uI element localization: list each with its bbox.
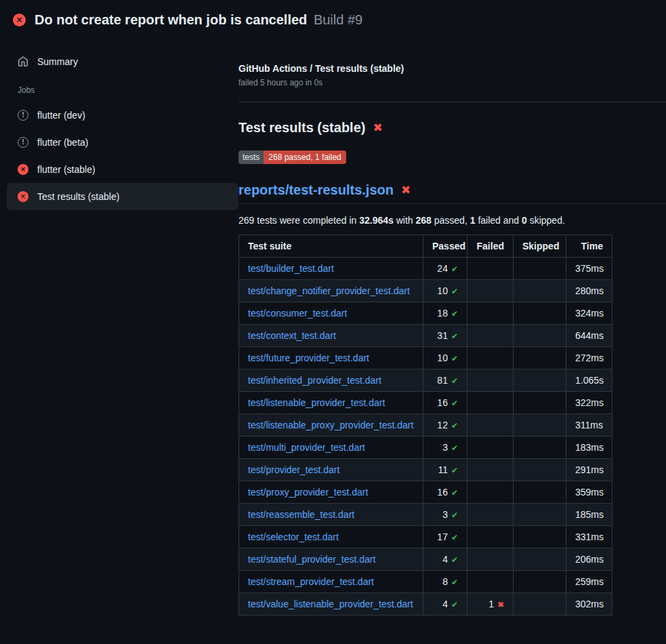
suite-cell: test/stream_provider_test.dart [239,571,423,593]
check-icon: ✔ [451,488,458,498]
job-label: flutter (beta) [37,137,88,148]
run-meta: failed 5 hours ago in 0s [238,78,666,87]
skipped-cell [514,302,566,325]
passed-count: 11 [438,464,448,475]
failed-cell [467,526,514,548]
sidebar-job-item[interactable]: ×Test results (stable) [7,183,238,210]
page-title: Do not create report when job is cancell… [35,12,362,28]
test-suite-link[interactable]: test/value_listenable_provider_test.dart [248,599,413,609]
check-icon: ✔ [451,376,458,386]
x-circle-icon: × [18,191,28,202]
suite-cell: test/stateful_provider_test.dart [239,548,423,571]
jobs-list: !flutter (dev)!flutter (beta)×flutter (s… [7,102,238,210]
time-cell: 206ms [566,548,612,571]
report-link[interactable]: reports/test-results.json [238,182,394,198]
passed-count: 16 [437,397,448,408]
jobs-section-label: Jobs [18,85,228,95]
skipped-cell [514,437,566,459]
passed-cell: 3✔ [423,504,467,526]
breadcrumb[interactable]: GitHub Actions / Test results (stable) [238,63,666,74]
failed-cell [467,504,514,526]
table-row: test/stateful_provider_test.dart4✔206ms [239,548,612,571]
skipped-cell [514,414,566,437]
table-row: test/listenable_proxy_provider_test.dart… [239,414,612,437]
skipped-cell [514,369,566,392]
suite-cell: test/change_notifier_provider_test.dart [239,280,423,302]
failed-cell [467,571,514,593]
check-icon: ✔ [451,399,458,408]
time-cell: 302ms [566,593,612,616]
check-icon: ✔ [451,354,458,363]
job-label: Test results (stable) [37,191,119,202]
passed-count: 10 [437,285,448,296]
summary-text: 0 [522,215,527,226]
test-suite-link[interactable]: test/selector_test.dart [248,531,339,542]
passed-cell: 3✔ [423,437,467,459]
skipped-cell [514,548,566,571]
table-row: test/inherited_provider_test.dart81✔1.06… [239,369,612,392]
check-title: Test results (stable) ✖ [238,120,666,136]
skipped-cell [514,593,566,616]
check-title-text: Test results (stable) [238,120,365,136]
failed-count: 1 [488,599,494,609]
passed-count: 4 [442,554,448,565]
test-suite-link[interactable]: test/provider_test.dart [248,464,339,475]
time-cell: 280ms [566,280,612,302]
summary-text: 32.964s [359,215,394,226]
check-icon: ✔ [451,331,458,341]
failed-x-icon: ✖ [401,184,411,196]
passed-count: 81 [437,375,448,386]
test-suite-link[interactable]: test/context_test.dart [248,330,336,341]
x-circle-icon: × [18,164,28,175]
test-suite-link[interactable]: test/inherited_provider_test.dart [248,375,381,386]
test-suite-link[interactable]: test/listenable_provider_test.dart [248,397,385,408]
divider [238,102,666,102]
column-header-passed: Passed [423,235,467,258]
passed-cell: 18✔ [423,302,467,325]
test-suite-link[interactable]: test/reassemble_test.dart [248,509,354,520]
column-header-failed: Failed [467,235,514,258]
failed-cell: 1✖ [467,593,514,616]
test-suite-link[interactable]: test/proxy_provider_test.dart [248,487,368,498]
check-icon: ✔ [451,533,458,542]
sidebar-item-summary[interactable]: Summary [7,49,238,75]
suite-cell: test/consumer_test.dart [239,302,423,325]
test-suite-link[interactable]: test/stateful_provider_test.dart [248,554,375,565]
sidebar-job-item[interactable]: ×flutter (stable) [7,156,238,183]
passed-cell: 12✔ [423,414,467,437]
skipped-cell [514,347,566,369]
suite-cell: test/builder_test.dart [239,258,423,280]
passed-cell: 4✔ [423,593,467,616]
time-cell: 311ms [566,414,612,437]
passed-count: 12 [437,420,448,430]
test-suite-link[interactable]: test/stream_provider_test.dart [248,576,374,587]
suite-cell: test/multi_provider_test.dart [239,437,423,459]
sidebar-job-item[interactable]: !flutter (dev) [7,102,238,129]
check-icon: ✔ [451,510,458,520]
suite-cell: test/value_listenable_provider_test.dart [239,593,423,616]
failed-x-icon: ✖ [373,122,382,134]
time-cell: 259ms [566,571,612,593]
failed-cell [467,548,514,571]
test-suite-link[interactable]: test/consumer_test.dart [248,308,347,319]
passed-cell: 10✔ [423,347,467,369]
table-row: test/stream_provider_test.dart8✔259ms [239,571,612,593]
test-suite-link[interactable]: test/builder_test.dart [248,263,334,274]
check-icon: ✔ [451,309,458,319]
test-suite-link[interactable]: test/change_notifier_provider_test.dart [248,285,410,296]
results-table-header-row: Test suitePassedFailedSkippedTime [239,235,612,258]
time-cell: 644ms [566,325,612,347]
badge-value: 268 passed, 1 failed [264,150,346,164]
build-number: Build #9 [314,12,362,27]
sidebar-job-item[interactable]: !flutter (beta) [7,129,238,156]
time-cell: 291ms [566,459,612,481]
test-suite-link[interactable]: test/multi_provider_test.dart [248,442,365,453]
test-suite-link[interactable]: test/future_provider_test.dart [248,353,369,363]
table-row: test/context_test.dart31✔644ms [239,325,612,347]
column-header-time: Time [566,235,612,258]
time-cell: 324ms [566,302,612,325]
passed-cell: 8✔ [423,571,467,593]
check-icon: ✔ [451,578,458,587]
passed-count: 8 [442,576,448,587]
test-suite-link[interactable]: test/listenable_proxy_provider_test.dart [248,420,413,430]
